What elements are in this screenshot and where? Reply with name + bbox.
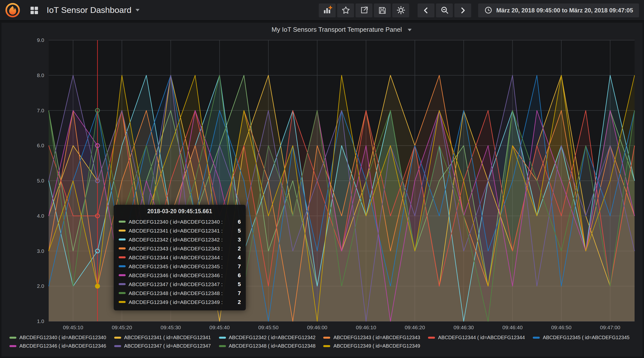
legend-item[interactable]: ABCDEFG12343 ( id=ABCDEFG12343 bbox=[324, 335, 420, 340]
x-tick-label: 09:45:50 bbox=[258, 325, 278, 330]
x-tick-label: 09:45:40 bbox=[209, 325, 230, 330]
x-tick-label: 09:45:20 bbox=[112, 325, 132, 330]
legend-label: ABCDEFG12340 ( id=ABCDEFG12340 bbox=[19, 335, 106, 340]
series-color-icon bbox=[119, 256, 126, 258]
tooltip-series-value: 2 bbox=[231, 245, 241, 251]
y-tick-label: 8.0 bbox=[37, 72, 44, 78]
series-color-icon bbox=[119, 265, 126, 267]
chart-area: 1.02.03.04.05.06.07.08.09.009:45:1009:45… bbox=[4, 36, 640, 331]
forward-button[interactable] bbox=[454, 3, 472, 17]
legend-color-icon bbox=[10, 345, 16, 347]
legend-label: ABCDEFG12349 ( id=ABCDEFG12349 bbox=[334, 343, 420, 349]
legend-item[interactable]: ABCDEFG12344 ( id=ABCDEFG12344 bbox=[428, 335, 525, 340]
tooltip-series-value: 5 bbox=[231, 281, 241, 287]
grafana-flame-icon bbox=[5, 2, 20, 18]
tooltip-series-list: ABCDEFG12340 ( id=ABCDEFG12340 :6ABCDEFG… bbox=[119, 217, 241, 306]
legend-label: ABCDEFG12344 ( id=ABCDEFG12344 bbox=[438, 335, 525, 340]
tooltip-row: ABCDEFG12348 ( id=ABCDEFG12348 :7 bbox=[119, 289, 241, 298]
tooltip-series-value: 7 bbox=[231, 290, 241, 296]
grid-icon bbox=[29, 5, 39, 15]
y-tick-label: 7.0 bbox=[37, 108, 44, 113]
crosshair-marker-highlight bbox=[95, 284, 100, 288]
chart-tooltip: 2018-03-20 09:45:15.661 ABCDEFG12340 ( i… bbox=[114, 205, 246, 310]
panel-title-text: My IoT Sensors Transport Temperature Pan… bbox=[272, 26, 402, 33]
legend-item[interactable]: ABCDEFG12340 ( id=ABCDEFG12340 bbox=[10, 335, 106, 340]
share-button[interactable] bbox=[356, 3, 373, 17]
legend-item[interactable]: ABCDEFG12341 ( id=ABCDEFG12341 bbox=[114, 335, 211, 340]
tooltip-row: ABCDEFG12341 ( id=ABCDEFG12341 :5 bbox=[119, 226, 241, 235]
dashboard-title[interactable]: IoT Sensor Dashboard bbox=[47, 5, 139, 15]
series-color-icon bbox=[119, 274, 126, 276]
x-tick-label: 09:46:10 bbox=[356, 325, 376, 330]
legend-item[interactable]: ABCDEFG12346 ( id=ABCDEFG12346 bbox=[10, 343, 106, 349]
x-tick-label: 09:47:00 bbox=[600, 325, 620, 330]
legend-color-icon bbox=[219, 345, 226, 347]
series-color-icon bbox=[119, 230, 126, 232]
tooltip-series-value: 2 bbox=[231, 299, 241, 305]
gear-icon bbox=[396, 5, 406, 15]
legend-color-icon bbox=[324, 345, 330, 347]
y-tick-label: 5.0 bbox=[37, 178, 44, 183]
tooltip-series-value: 6 bbox=[231, 272, 241, 278]
tooltip-series-label: ABCDEFG12342 ( id=ABCDEFG12342 : bbox=[128, 236, 223, 242]
tooltip-series-label: ABCDEFG12345 ( id=ABCDEFG12345 : bbox=[128, 263, 223, 269]
legend-row: ABCDEFG12340 ( id=ABCDEFG12340ABCDEFG123… bbox=[10, 333, 640, 342]
panel-actions-group bbox=[318, 3, 410, 17]
grafana-app: IoT Sensor Dashboard bbox=[0, 0, 644, 358]
top-navbar: IoT Sensor Dashboard bbox=[0, 0, 644, 21]
legend-color-icon bbox=[114, 337, 121, 339]
tooltip-series-label: ABCDEFG12343 ( id=ABCDEFG12343 : bbox=[128, 245, 223, 251]
time-range-picker[interactable]: März 20, 2018 09:45:00 to März 20, 2018 … bbox=[478, 3, 639, 17]
legend-color-icon bbox=[10, 337, 16, 339]
zoom-out-button[interactable] bbox=[436, 3, 453, 17]
tooltip-series-value: 4 bbox=[231, 254, 241, 260]
tooltip-row: ABCDEFG12342 ( id=ABCDEFG12342 :3 bbox=[119, 235, 241, 244]
series-color-icon bbox=[119, 247, 126, 249]
tooltip-row: ABCDEFG12340 ( id=ABCDEFG12340 :6 bbox=[119, 217, 241, 226]
time-series-chart[interactable]: 1.02.03.04.05.06.07.08.09.009:45:1009:45… bbox=[4, 36, 640, 331]
tooltip-row: ABCDEFG12347 ( id=ABCDEFG12347 :5 bbox=[119, 280, 241, 289]
x-tick-label: 09:46:50 bbox=[551, 325, 572, 330]
add-panel-button[interactable] bbox=[319, 3, 336, 17]
clock-icon bbox=[484, 6, 493, 14]
y-tick-label: 4.0 bbox=[37, 213, 44, 219]
tooltip-series-label: ABCDEFG12344 ( id=ABCDEFG12344 : bbox=[128, 254, 223, 260]
legend-item[interactable]: ABCDEFG12345 ( id=ABCDEFG12345 bbox=[533, 335, 630, 340]
y-tick-label: 1.0 bbox=[37, 318, 44, 324]
settings-button[interactable] bbox=[392, 3, 410, 17]
panel-menu-caret-icon bbox=[408, 29, 412, 31]
save-button[interactable] bbox=[374, 3, 391, 17]
series-color-icon bbox=[119, 221, 126, 223]
add-panel-icon bbox=[323, 5, 332, 15]
legend-label: ABCDEFG12347 ( id=ABCDEFG12347 bbox=[124, 343, 211, 349]
time-range-text: März 20, 2018 09:45:00 to März 20, 2018 … bbox=[496, 7, 633, 14]
grafana-logo[interactable] bbox=[5, 2, 20, 18]
series-color-icon bbox=[119, 283, 126, 285]
tooltip-timestamp: 2018-03-20 09:45:15.661 bbox=[119, 208, 241, 214]
navbar-actions: März 20, 2018 09:45:00 to März 20, 2018 … bbox=[310, 3, 639, 17]
legend-color-icon bbox=[428, 337, 435, 339]
legend-item[interactable]: ABCDEFG12349 ( id=ABCDEFG12349 bbox=[324, 343, 420, 349]
x-tick-label: 09:46:20 bbox=[405, 325, 425, 330]
legend-color-icon bbox=[114, 345, 121, 347]
time-nav-group bbox=[416, 3, 472, 17]
back-button[interactable] bbox=[418, 3, 435, 17]
y-tick-label: 9.0 bbox=[37, 37, 44, 43]
legend-item[interactable]: ABCDEFG12347 ( id=ABCDEFG12347 bbox=[114, 343, 211, 349]
tooltip-row: ABCDEFG12344 ( id=ABCDEFG12344 :4 bbox=[119, 253, 241, 262]
legend-row: ABCDEFG12346 ( id=ABCDEFG12346ABCDEFG123… bbox=[10, 342, 640, 350]
tooltip-series-value: 3 bbox=[231, 236, 241, 242]
tooltip-series-value: 5 bbox=[231, 228, 241, 233]
legend-label: ABCDEFG12343 ( id=ABCDEFG12343 bbox=[334, 335, 420, 340]
tooltip-series-label: ABCDEFG12340 ( id=ABCDEFG12340 : bbox=[128, 219, 223, 225]
tooltip-row: ABCDEFG12346 ( id=ABCDEFG12346 :6 bbox=[119, 271, 241, 280]
legend-item[interactable]: ABCDEFG12342 ( id=ABCDEFG12342 bbox=[219, 335, 316, 340]
star-button[interactable] bbox=[338, 3, 354, 17]
panel-title[interactable]: My IoT Sensors Transport Temperature Pan… bbox=[49, 24, 634, 36]
legend-item[interactable]: ABCDEFG12348 ( id=ABCDEFG12348 bbox=[219, 343, 316, 349]
zoom-out-icon bbox=[440, 5, 449, 15]
chart-legend: ABCDEFG12340 ( id=ABCDEFG12340ABCDEFG123… bbox=[4, 333, 640, 350]
dashboard-picker-button[interactable] bbox=[27, 3, 42, 18]
legend-color-icon bbox=[219, 337, 226, 339]
series-color-icon bbox=[119, 301, 126, 303]
